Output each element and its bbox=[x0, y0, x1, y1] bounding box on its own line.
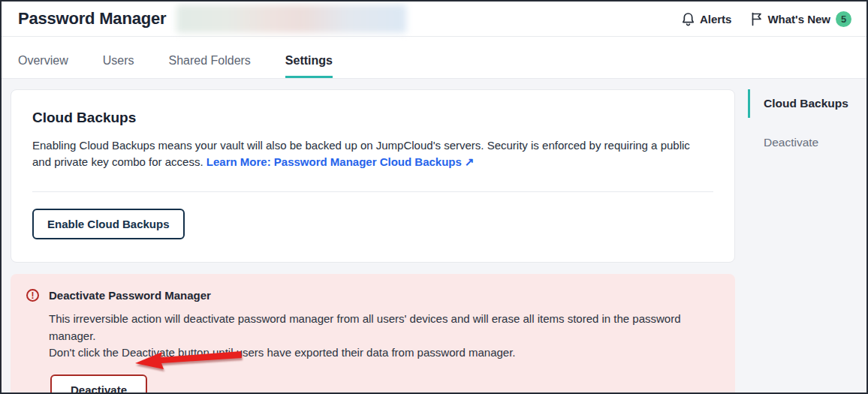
tab-settings[interactable]: Settings bbox=[285, 37, 333, 78]
tab-bar: Overview Users Shared Folders Settings bbox=[2, 37, 866, 79]
alerts-button[interactable]: Alerts bbox=[682, 12, 732, 26]
deactivate-button[interactable]: Deactivate bbox=[50, 374, 147, 394]
bell-icon bbox=[682, 12, 695, 26]
app-header: Password Manager Alerts bbox=[2, 2, 866, 37]
tab-shared-folders[interactable]: Shared Folders bbox=[168, 37, 250, 78]
redacted-content bbox=[176, 5, 406, 33]
tab-users[interactable]: Users bbox=[103, 37, 134, 78]
learn-more-link[interactable]: Learn More: Password Manager Cloud Backu… bbox=[206, 155, 475, 168]
whats-new-count-badge: 5 bbox=[836, 11, 851, 27]
deactivate-warning-header: ! Deactivate Password Manager bbox=[26, 289, 714, 302]
deactivate-warning-card: ! Deactivate Password Manager This irrev… bbox=[11, 274, 735, 394]
page-title: Password Manager bbox=[18, 9, 166, 29]
side-nav-deactivate[interactable]: Deactivate bbox=[748, 128, 860, 157]
learn-more-link-label: Learn More: Password Manager Cloud Backu… bbox=[206, 155, 462, 168]
enable-cloud-backups-button[interactable]: Enable Cloud Backups bbox=[32, 209, 185, 239]
tab-overview[interactable]: Overview bbox=[18, 37, 68, 78]
cloud-backups-title: Cloud Backups bbox=[32, 110, 713, 126]
annotation-arrow-icon bbox=[133, 348, 244, 372]
side-nav-cloud-backups[interactable]: Cloud Backups bbox=[748, 89, 860, 118]
alerts-label: Alerts bbox=[700, 13, 732, 26]
password-manager-page: Password Manager Alerts bbox=[0, 0, 868, 394]
header-actions: Alerts What's New 5 bbox=[682, 11, 851, 27]
main-column: Cloud Backups Enabling Cloud Backups mea… bbox=[11, 89, 735, 394]
deactivate-warning-title: Deactivate Password Manager bbox=[49, 289, 211, 302]
whats-new-button[interactable]: What's New 5 bbox=[751, 11, 851, 27]
card-divider bbox=[32, 191, 713, 192]
deactivate-warning-line1: This irreversible action will deactivate… bbox=[49, 311, 714, 344]
settings-content: Cloud Backups Enabling Cloud Backups mea… bbox=[2, 79, 866, 391]
settings-side-nav: Cloud Backups Deactivate bbox=[748, 89, 860, 157]
external-link-icon: ↗ bbox=[465, 155, 475, 168]
cloud-backups-card: Cloud Backups Enabling Cloud Backups mea… bbox=[11, 89, 735, 263]
whats-new-label: What's New bbox=[767, 13, 830, 26]
flag-icon bbox=[751, 12, 762, 26]
cloud-backups-description: Enabling Cloud Backups means your vault … bbox=[32, 137, 704, 170]
warning-exclamation-icon: ! bbox=[26, 289, 39, 302]
